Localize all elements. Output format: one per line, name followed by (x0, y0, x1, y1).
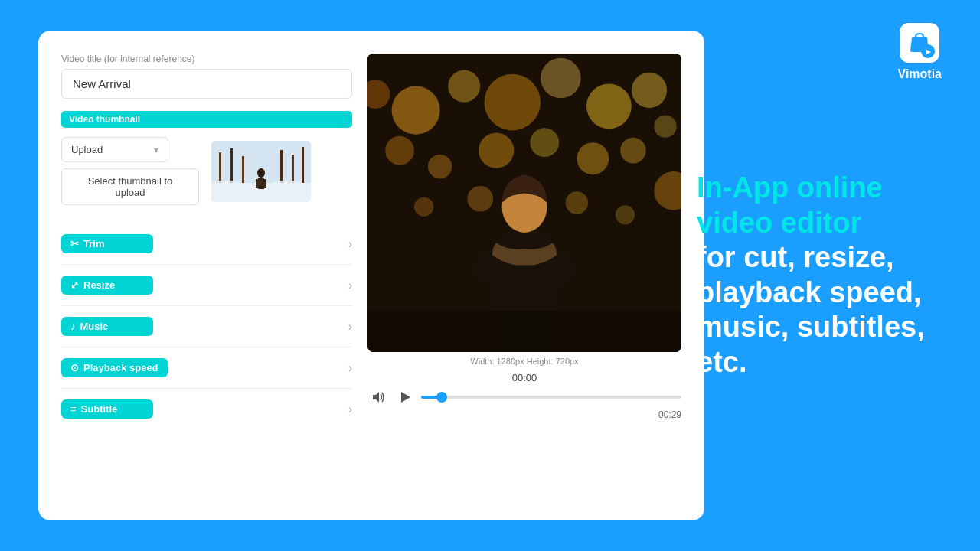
subtitle-tool-item[interactable]: ≡ Subtitle › (61, 389, 352, 429)
resize-label: Resize (83, 279, 115, 291)
subtitle-icon: ≡ (70, 403, 77, 415)
svg-rect-7 (302, 147, 304, 183)
video-frame (368, 54, 681, 352)
right-panel: Width: 1280px Height: 720px 00:00 (368, 54, 681, 497)
logo-name: Vimotia (898, 67, 942, 81)
progress-thumb (436, 392, 447, 403)
svg-marker-39 (401, 392, 410, 403)
video-thumbnail-badge: Video thumbnail (61, 111, 352, 128)
svg-rect-4 (242, 156, 244, 183)
logo-area: Vimotia (898, 23, 942, 81)
tool-list: ✂ Trim › ⤢ Resize › ♪ (61, 223, 352, 429)
subtitle-chevron-icon: › (348, 403, 352, 416)
music-tool-item[interactable]: ♪ Music › (61, 306, 352, 347)
subtitle-label: Subtitle (81, 403, 118, 415)
upload-option-label: Upload (71, 144, 103, 155)
svg-rect-5 (280, 150, 283, 183)
trim-chevron-icon: › (348, 237, 352, 251)
duration-display: 00:29 (368, 409, 681, 420)
playback-speed-tool-item[interactable]: ⊙ Playback speed › (61, 347, 352, 389)
left-panel: Video title (for internal reference) Vid… (61, 54, 352, 497)
trim-icon: ✂ (70, 238, 79, 249)
playback-speed-label: Playback speed (83, 362, 158, 373)
resize-tool-left: ⤢ Resize (61, 276, 153, 295)
progress-bar[interactable] (421, 396, 681, 399)
svg-point-25 (479, 133, 514, 168)
chevron-down-icon: ▾ (154, 145, 158, 155)
svg-point-20 (541, 58, 581, 99)
music-label: Music (80, 321, 109, 332)
play-button[interactable] (395, 389, 415, 406)
promo-text: In-App online video editor for cut, resi… (697, 171, 942, 380)
svg-point-15 (283, 181, 302, 185)
trim-tool-item[interactable]: ✂ Trim › (61, 223, 352, 265)
upload-controls: Upload ▾ Select thumbnail to upload (61, 137, 199, 205)
svg-point-23 (385, 136, 414, 165)
subtitle-tool-left: ≡ Subtitle (61, 399, 153, 419)
trim-badge: ✂ Trim (61, 234, 153, 253)
video-size-label: Width: 1280px Height: 720px (470, 357, 578, 366)
svg-point-24 (428, 155, 452, 179)
trim-tool-left: ✂ Trim (61, 234, 153, 253)
promo-cyan-text: In-App online video editor (697, 171, 883, 239)
svg-point-8 (257, 168, 265, 178)
video-container (368, 54, 681, 352)
svg-point-17 (392, 86, 440, 135)
svg-rect-11 (263, 179, 266, 188)
playback-speed-tool-left: ⊙ Playback speed (61, 358, 168, 377)
resize-badge: ⤢ Resize (61, 276, 153, 295)
svg-point-21 (586, 83, 632, 129)
volume-button[interactable] (368, 388, 389, 406)
playback-speed-badge: ⊙ Playback speed (61, 358, 168, 377)
thumbnail-preview (211, 141, 311, 202)
video-title-label: Video title (for internal reference) (61, 54, 352, 64)
svg-rect-6 (292, 155, 294, 183)
promo-white-text: for cut, resize, playback speed, music, … (697, 241, 925, 378)
thumbnail-row: Upload ▾ Select thumbnail to upload (61, 137, 352, 205)
upload-dropdown[interactable]: Upload ▾ (61, 137, 168, 162)
svg-point-33 (467, 186, 493, 212)
svg-rect-38 (368, 311, 681, 352)
trim-label: Trim (83, 238, 104, 249)
svg-point-19 (484, 74, 541, 131)
player-controls: 00:00 (368, 372, 681, 420)
svg-point-22 (632, 73, 667, 108)
svg-point-26 (530, 128, 559, 157)
svg-rect-9 (258, 178, 264, 189)
svg-rect-3 (230, 148, 233, 183)
playback-speed-icon: ⊙ (70, 362, 79, 373)
promo-headline: In-App online video editor for cut, resi… (697, 171, 942, 380)
music-badge: ♪ Music (61, 317, 153, 336)
svg-point-28 (620, 138, 646, 164)
current-time-display: 00:00 (368, 372, 681, 383)
video-title-input[interactable] (61, 69, 352, 99)
volume-icon (371, 390, 386, 405)
logo-icon (900, 23, 939, 63)
controls-row (368, 388, 681, 406)
svg-point-13 (222, 181, 240, 185)
svg-point-32 (414, 197, 433, 217)
svg-point-36 (616, 205, 635, 224)
thumbnail-image (211, 141, 311, 202)
svg-point-18 (448, 70, 480, 103)
music-tool-left: ♪ Music (61, 317, 153, 336)
play-icon (398, 390, 412, 404)
video-preview (368, 54, 681, 352)
select-thumbnail-button[interactable]: Select thumbnail to upload (61, 168, 199, 205)
svg-point-29 (654, 115, 676, 137)
svg-rect-2 (219, 152, 221, 183)
subtitle-badge: ≡ Subtitle (61, 399, 153, 419)
svg-point-27 (577, 142, 609, 174)
resize-icon: ⤢ (70, 279, 79, 291)
svg-rect-10 (256, 179, 259, 188)
svg-point-35 (566, 191, 588, 214)
logo-play-icon (921, 44, 935, 58)
resize-tool-item[interactable]: ⤢ Resize › (61, 265, 352, 306)
main-card: Video title (for internal reference) Vid… (38, 31, 704, 520)
music-chevron-icon: › (348, 320, 352, 334)
music-icon: ♪ (70, 321, 76, 332)
resize-chevron-icon: › (348, 279, 352, 292)
playback-speed-chevron-icon: › (348, 361, 352, 375)
